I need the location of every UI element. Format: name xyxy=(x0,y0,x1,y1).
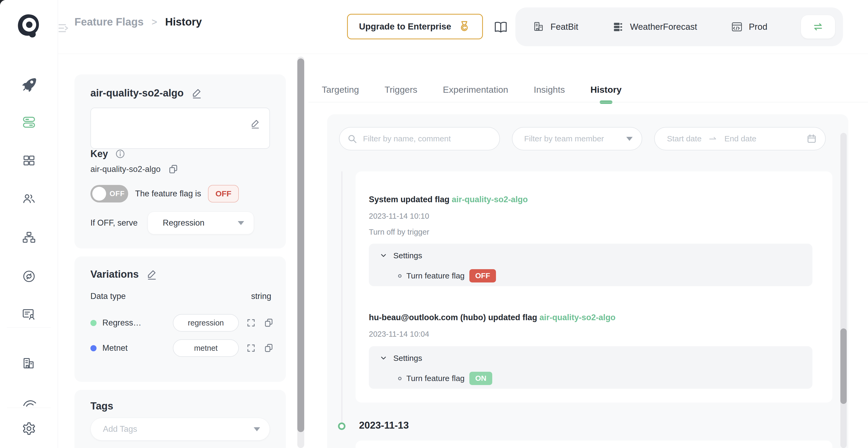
team-member-placeholder: Filter by team member xyxy=(524,134,626,143)
date-range-filter[interactable]: Start date End date xyxy=(654,127,826,150)
tab-history[interactable]: History xyxy=(590,77,621,102)
tags-card: Tags xyxy=(74,390,286,448)
breadcrumb-separator: > xyxy=(152,16,157,28)
breadcrumb-section[interactable]: Feature Flags xyxy=(74,16,144,28)
history-entry-details: Settings Turn feature flag ON xyxy=(369,346,812,389)
sidebar-item-audit-log[interactable] xyxy=(21,306,37,323)
range-arrow-icon xyxy=(708,134,717,143)
serve-variation-dropdown[interactable]: Regression xyxy=(148,211,254,234)
timeline-date-header: 2023-11-13 xyxy=(359,420,409,431)
flag-status-sentence: The feature flag is xyxy=(135,189,201,199)
history-search-filter[interactable] xyxy=(339,127,500,150)
flag-link[interactable]: air-quality-so2-algo xyxy=(539,313,616,322)
organization-name: FeatBit xyxy=(551,22,579,32)
expand-icon[interactable] xyxy=(246,343,256,353)
variation-row: Metnet metnet xyxy=(90,339,274,357)
history-entry-title: hu-beau@outlook.com (hubo) updated flag … xyxy=(369,313,616,322)
toggle-state-label: OFF xyxy=(110,185,125,203)
expand-icon[interactable] xyxy=(246,317,256,328)
tab-triggers[interactable]: Triggers xyxy=(384,77,417,102)
swap-icon xyxy=(811,20,825,33)
timeline-date-marker xyxy=(338,422,345,430)
change-row: Turn feature flag ON xyxy=(398,372,492,385)
chevron-down-icon xyxy=(379,252,388,260)
docs-button[interactable] xyxy=(493,19,508,35)
copy-key-icon[interactable] xyxy=(167,164,179,175)
switch-workspace-button[interactable] xyxy=(801,15,835,38)
project-name: WeatherForecast xyxy=(630,22,697,32)
settings-collapse-row[interactable]: Settings xyxy=(379,354,422,363)
sidebar-item-segments[interactable] xyxy=(21,229,37,246)
sidebar-item-get-started[interactable] xyxy=(21,75,37,93)
start-date-placeholder[interactable]: Start date xyxy=(667,134,702,143)
sidebar-item-relay-proxy[interactable] xyxy=(21,391,37,408)
feature-flags-toggles-icon xyxy=(21,114,37,130)
copy-icon[interactable] xyxy=(263,317,274,328)
data-type-label: Data type xyxy=(90,291,251,301)
page-title: History xyxy=(165,16,202,28)
flag-description-box xyxy=(90,108,270,149)
change-row: Turn feature flag OFF xyxy=(398,269,496,282)
history-entry-details: Settings Turn feature flag OFF xyxy=(369,244,812,286)
settings-section-label: Settings xyxy=(393,251,422,260)
tab-targeting[interactable]: Targeting xyxy=(322,77,359,102)
top-header: Feature Flags > History Upgrade to Enter… xyxy=(58,0,868,54)
environment-icon xyxy=(731,21,743,33)
featbit-logo[interactable] xyxy=(14,12,43,41)
chevron-down-icon xyxy=(626,137,633,141)
variation-name: Regress… xyxy=(102,318,173,328)
edit-flag-name-icon[interactable] xyxy=(191,87,203,99)
flag-link[interactable]: air-quality-so2-algo xyxy=(452,195,528,204)
history-scrollbar-thumb[interactable] xyxy=(840,329,847,404)
team-member-filter[interactable]: Filter by team member xyxy=(512,127,642,150)
sidebar-item-feature-flags[interactable] xyxy=(21,114,37,131)
organization-building-icon xyxy=(21,356,37,372)
settings-collapse-row[interactable]: Settings xyxy=(379,251,422,260)
add-tags-select[interactable] xyxy=(90,418,270,441)
sidebar-item-organization[interactable] xyxy=(21,355,37,372)
add-tags-input[interactable] xyxy=(103,424,254,434)
end-date-placeholder[interactable]: End date xyxy=(724,134,806,143)
variation-color-dot xyxy=(90,345,96,351)
edit-variations-icon[interactable] xyxy=(146,268,157,280)
info-icon[interactable] xyxy=(115,148,126,159)
upgrade-enterprise-button[interactable]: Upgrade to Enterprise xyxy=(347,14,483,39)
organization-selector[interactable]: FeatBit xyxy=(532,21,579,33)
bullet-icon xyxy=(398,377,402,380)
chevron-down-icon xyxy=(379,354,388,362)
change-badge-on: ON xyxy=(469,372,492,385)
edit-description-icon[interactable] xyxy=(250,118,260,129)
flag-tabs: Targeting Triggers Experimentation Insig… xyxy=(322,77,621,102)
flag-toggle[interactable]: OFF xyxy=(90,185,128,203)
variation-value: metnet xyxy=(173,339,239,357)
flag-summary-card: air-quality-so2-algo Key xyxy=(74,74,286,248)
search-input[interactable] xyxy=(363,134,491,143)
bullet-icon xyxy=(398,274,402,278)
audit-card-icon xyxy=(21,307,37,322)
history-entry-comment: Turn off by trigger xyxy=(369,228,429,237)
sidebar-item-settings[interactable] xyxy=(21,420,37,437)
sidebar-item-sync[interactable] xyxy=(21,268,37,285)
relay-arcs-icon xyxy=(21,391,37,407)
settings-section-label: Settings xyxy=(393,354,422,363)
sidebar-item-dashboard[interactable] xyxy=(21,152,37,169)
change-label: Turn feature flag xyxy=(406,374,465,383)
environment-selector[interactable]: Prod xyxy=(731,21,768,33)
panel-scrollbar-thumb[interactable] xyxy=(297,59,304,432)
history-entry-time: 2023-11-14 10:04 xyxy=(369,330,429,339)
tab-experimentation[interactable]: Experimentation xyxy=(443,77,508,102)
tab-insights[interactable]: Insights xyxy=(534,77,565,102)
copy-icon[interactable] xyxy=(263,343,274,353)
sidebar xyxy=(0,0,58,448)
sidebar-item-users[interactable] xyxy=(21,191,37,208)
history-day-card-next xyxy=(355,441,832,448)
rocket-icon xyxy=(21,76,37,92)
project-selector[interactable]: WeatherForecast xyxy=(612,21,697,33)
flag-key-value: air-quality-so2-algo xyxy=(90,165,161,174)
change-badge-off: OFF xyxy=(469,269,496,282)
variation-color-dot xyxy=(90,320,96,326)
flag-description-input[interactable] xyxy=(91,108,269,148)
hierarchy-icon xyxy=(21,230,37,245)
chevron-down-icon xyxy=(238,221,244,225)
collapse-sidebar-icon[interactable] xyxy=(56,21,71,36)
